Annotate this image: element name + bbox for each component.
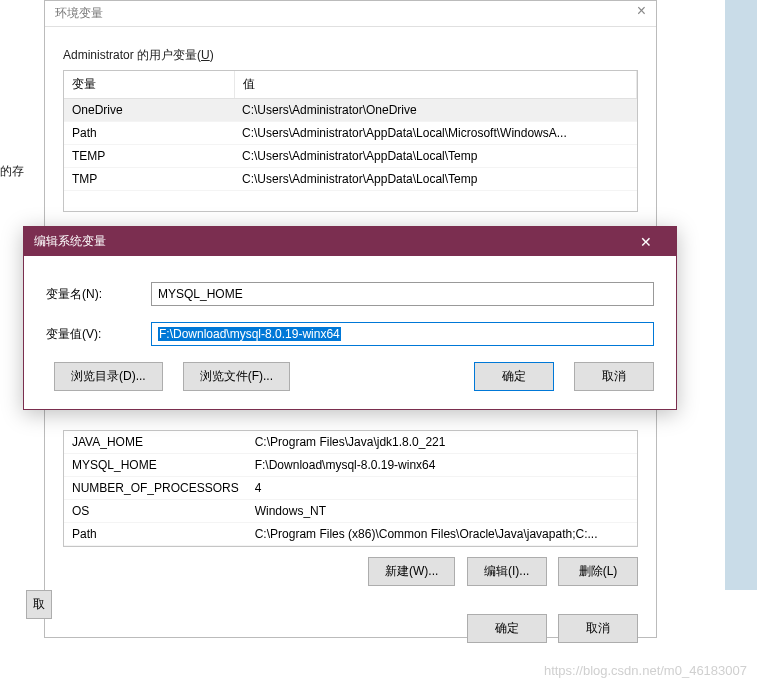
ok-button[interactable]: 确定: [474, 362, 554, 391]
env-vars-title: 环境变量: [55, 5, 103, 22]
close-icon[interactable]: ✕: [626, 234, 666, 250]
col-header-variable[interactable]: 变量: [64, 71, 234, 99]
var-value-label: 变量值(V):: [46, 326, 151, 343]
table-row[interactable]: OSWindows_NT: [64, 500, 637, 523]
table-row[interactable]: TEMPC:\Users\Administrator\AppData\Local…: [64, 145, 637, 168]
close-icon[interactable]: ×: [637, 5, 646, 22]
edit-dialog-title: 编辑系统变量: [34, 233, 106, 250]
table-row[interactable]: JAVA_HOMEC:\Program Files\Java\jdk1.8.0_…: [64, 431, 637, 454]
browse-file-button[interactable]: 浏览文件(F)...: [183, 362, 290, 391]
edit-dialog-titlebar: 编辑系统变量 ✕: [24, 227, 676, 256]
browse-dir-button[interactable]: 浏览目录(D)...: [54, 362, 163, 391]
env-vars-titlebar: 环境变量 ×: [45, 1, 656, 27]
table-row[interactable]: NUMBER_OF_PROCESSORS4: [64, 477, 637, 500]
user-vars-table[interactable]: 变量 值 OneDriveC:\Users\Administrator\OneD…: [63, 70, 638, 212]
table-row[interactable]: PathC:\Program Files (x86)\Common Files\…: [64, 523, 637, 546]
ok-button[interactable]: 确定: [467, 614, 547, 643]
table-row[interactable]: PathC:\Users\Administrator\AppData\Local…: [64, 122, 637, 145]
table-row[interactable]: OneDriveC:\Users\Administrator\OneDrive: [64, 99, 637, 122]
cancel-button[interactable]: 取消: [574, 362, 654, 391]
truncated-button[interactable]: 取: [26, 590, 52, 619]
var-name-input[interactable]: MYSQL_HOME: [151, 282, 654, 306]
truncated-label: 的存: [0, 163, 24, 180]
col-header-value[interactable]: 值: [234, 71, 637, 99]
cancel-button[interactable]: 取消: [558, 614, 638, 643]
table-row[interactable]: TMPC:\Users\Administrator\AppData\Local\…: [64, 168, 637, 191]
delete-button[interactable]: 删除(L): [558, 557, 638, 586]
var-value-input[interactable]: F:\Download\mysql-8.0.19-winx64: [151, 322, 654, 346]
new-button[interactable]: 新建(W)...: [368, 557, 455, 586]
sys-vars-buttons: 新建(W)... 编辑(I)... 删除(L): [63, 557, 638, 586]
dialog-buttons: 确定 取消: [63, 614, 638, 643]
edit-button[interactable]: 编辑(I)...: [467, 557, 547, 586]
var-name-label: 变量名(N):: [46, 286, 151, 303]
system-vars-table[interactable]: JAVA_HOMEC:\Program Files\Java\jdk1.8.0_…: [63, 430, 638, 547]
table-row[interactable]: MYSQL_HOMEF:\Download\mysql-8.0.19-winx6…: [64, 454, 637, 477]
watermark: https://blog.csdn.net/m0_46183007: [544, 663, 747, 678]
user-vars-label: Administrator 的用户变量(U): [63, 47, 638, 64]
edit-system-var-dialog: 编辑系统变量 ✕ 变量名(N): MYSQL_HOME 变量值(V): F:\D…: [23, 226, 677, 410]
